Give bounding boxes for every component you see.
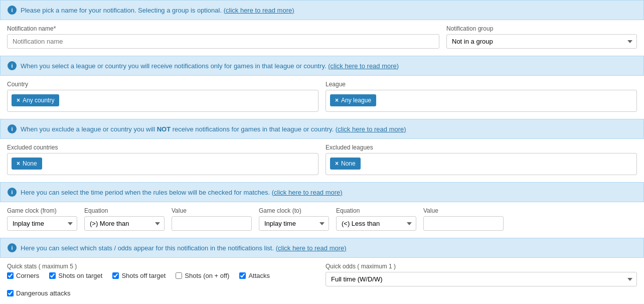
corners-label: Corners (16, 272, 39, 279)
info-bar-4: i Here you can select the time period wh… (0, 182, 644, 202)
info-link-5[interactable]: (click here to read more) (276, 244, 347, 252)
country-label: Country (7, 81, 318, 88)
excluded-leagues-value: None (341, 160, 356, 167)
shots-off-target-checkbox[interactable] (112, 272, 119, 279)
info-bar-5: i Here you can select which stats / odds… (0, 238, 644, 258)
any-league-remove[interactable]: × (335, 97, 339, 104)
game-clock-to-label: Game clock (to) (259, 207, 329, 214)
excluded-leagues-box[interactable]: × None (326, 153, 637, 175)
equation-to-label: Equation (336, 207, 416, 214)
info-icon-3: i (8, 124, 17, 133)
info-icon-2: i (8, 61, 17, 70)
quick-odds-select[interactable]: Full time (W/D/W) (326, 272, 637, 286)
info-text-4: Here you can select the time period when… (21, 189, 343, 196)
league-label: League (326, 81, 637, 88)
info-text-5: Here you can select which stats / odds a… (21, 244, 347, 252)
value-from-input[interactable]: 0 (172, 216, 252, 231)
info-text-1: Please pick a name for your notification… (21, 7, 294, 14)
excluded-countries-box[interactable]: × None (7, 153, 318, 175)
info-icon-5: i (8, 243, 17, 252)
excluded-countries-remove[interactable]: × (17, 160, 20, 167)
value-to-group: Value 120 (423, 207, 504, 231)
any-league-tag[interactable]: × Any league (330, 94, 376, 106)
info-bar-2: i When you select a league or country yo… (0, 56, 644, 76)
shots-on-target-checkbox[interactable] (49, 272, 56, 279)
game-clock-to-group: Game clock (to) Inplay time (259, 207, 329, 231)
excluded-countries-label: Excluded countries (7, 144, 318, 151)
equation-from-select[interactable]: (>) More than (84, 216, 165, 231)
any-country-remove[interactable]: × (17, 97, 20, 104)
excluded-leagues-remove[interactable]: × (335, 160, 339, 167)
shots-off-target-checkbox-label[interactable]: Shots off target (112, 272, 166, 279)
info-icon-4: i (8, 188, 17, 197)
excluded-leagues-tag[interactable]: × None (330, 158, 361, 170)
equation-to-group: Equation (<) Less than (336, 207, 416, 231)
game-clock-to-select[interactable]: Inplay time (259, 216, 329, 231)
shots-on-off-label: Shots (on + off) (185, 272, 229, 279)
quick-odds-label: Quick odds ( maximum 1 ) (326, 263, 637, 270)
info-text-3: When you exclude a league or country you… (21, 125, 406, 133)
equation-from-label: Equation (84, 207, 165, 214)
info-link-4[interactable]: (click here to read more) (272, 189, 343, 196)
info-text-2: When you select a league or country you … (21, 62, 399, 70)
excluded-countries-value: None (23, 160, 37, 167)
dangerous-attacks-checkbox-label[interactable]: Dangerous attacks (7, 289, 70, 297)
attacks-checkbox-label[interactable]: Attacks (239, 272, 270, 279)
equation-to-select[interactable]: (<) Less than (336, 216, 416, 231)
notification-group-select[interactable]: Not in a group (446, 34, 637, 49)
attacks-checkbox[interactable] (239, 272, 246, 279)
value-to-label: Value (423, 207, 504, 214)
excluded-countries-tag[interactable]: × None (12, 158, 42, 170)
attacks-label: Attacks (248, 272, 270, 279)
game-clock-from-select[interactable]: Inplay time (7, 216, 77, 231)
info-link-1[interactable]: (click here to read more) (224, 7, 294, 14)
shots-on-off-checkbox[interactable] (176, 272, 182, 279)
quick-stats-checkboxes: Corners Shots on target Shots off target… (7, 272, 318, 297)
quick-stats-label: Quick stats ( maximum 5 ) (7, 263, 318, 270)
info-bar-1: i Please pick a name for your notificati… (0, 0, 644, 20)
any-league-label: Any league (341, 97, 371, 104)
notification-group-label: Notification group (446, 25, 637, 32)
value-from-label: Value (172, 207, 252, 214)
any-country-label: Any country (23, 97, 54, 104)
info-link-3[interactable]: (click here to read more) (336, 125, 406, 133)
value-from-group: Value 0 (172, 207, 252, 231)
any-country-tag[interactable]: × Any country (12, 94, 59, 106)
country-box[interactable]: × Any country (7, 90, 318, 112)
corners-checkbox-label[interactable]: Corners (7, 272, 39, 279)
value-to-input[interactable]: 120 (423, 216, 504, 231)
league-box[interactable]: × Any league (326, 90, 637, 112)
dangerous-attacks-checkbox[interactable] (7, 290, 14, 296)
shots-on-target-label: Shots on target (58, 272, 102, 279)
info-link-2[interactable]: (click here to read more) (328, 62, 399, 70)
shots-on-off-checkbox-label[interactable]: Shots (on + off) (176, 272, 229, 279)
game-clock-from-label: Game clock (from) (7, 207, 77, 214)
dangerous-attacks-label: Dangerous attacks (16, 289, 70, 297)
shots-off-target-label: Shots off target (121, 272, 166, 279)
notification-name-input[interactable] (7, 34, 439, 49)
shots-on-target-checkbox-label[interactable]: Shots on target (49, 272, 102, 279)
info-bar-3: i When you exclude a league or country y… (0, 119, 644, 139)
equation-from-group: Equation (>) More than (84, 207, 165, 231)
corners-checkbox[interactable] (7, 272, 14, 279)
info-icon-1: i (8, 6, 17, 15)
notification-name-label: Notification name* (7, 25, 439, 32)
game-clock-from-group: Game clock (from) Inplay time (7, 207, 77, 231)
excluded-leagues-label: Excluded leagues (326, 144, 637, 151)
